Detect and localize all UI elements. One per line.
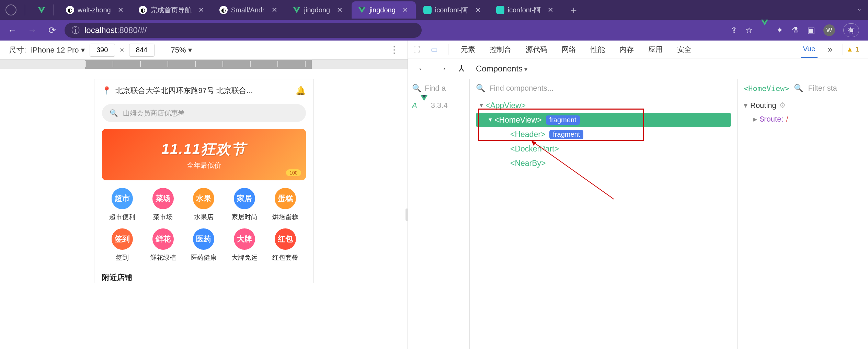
category-item[interactable]: 红包红包套餐 — [265, 228, 306, 262]
profile-avatar[interactable]: W — [823, 24, 835, 36]
tree-row-nearby[interactable]: <NearBy> — [476, 156, 731, 170]
panel-vue[interactable]: Vue — [801, 41, 818, 58]
category-label: 超市便利 — [109, 213, 135, 222]
tab-homepage-nav[interactable]: ◐ 完成首页导航 ✕ — [133, 1, 212, 19]
device-mode-icon[interactable]: ▭ — [431, 45, 438, 54]
caret-down-icon[interactable]: ▼ — [488, 117, 494, 123]
panel-memory[interactable]: 内存 — [617, 41, 636, 58]
vue-icon — [421, 101, 427, 110]
panel-elements[interactable]: 元素 — [459, 41, 477, 58]
tree-row-dockerpart[interactable]: <DockerPart> — [476, 142, 731, 156]
resize-handle[interactable] — [406, 209, 408, 221]
width-input[interactable] — [90, 44, 115, 57]
close-icon[interactable]: ✕ — [116, 6, 125, 14]
device-selector[interactable]: iPhone 12 Pro ▾ — [31, 46, 85, 55]
more-panels-icon[interactable]: » — [828, 45, 832, 54]
warning-badge[interactable]: ▲1 — [843, 44, 863, 55]
warning-count: 1 — [855, 45, 859, 53]
panel-console[interactable]: 控制台 — [488, 41, 513, 58]
category-item[interactable]: 家居家居时尚 — [224, 188, 265, 222]
star-icon[interactable]: ☆ — [745, 25, 753, 35]
vue-icon — [293, 6, 301, 14]
ruler — [0, 60, 408, 69]
extensions-icon[interactable]: ✦ — [776, 25, 783, 35]
labs-icon[interactable]: ⚗ — [791, 25, 799, 35]
zoom-selector[interactable]: 75% ▾ — [171, 46, 192, 55]
component-search[interactable]: 🔍 Find components... — [476, 84, 731, 93]
extension-pill[interactable]: 有 — [843, 23, 859, 37]
close-icon[interactable]: ✕ — [335, 6, 344, 14]
iconfont-icon — [496, 6, 504, 14]
nav-back-icon[interactable]: ← — [418, 63, 426, 74]
panel-security[interactable]: 安全 — [675, 41, 694, 58]
panel-performance[interactable]: 性能 — [589, 41, 607, 58]
close-icon[interactable]: ✕ — [197, 6, 206, 14]
search-bar[interactable]: 🔍 山姆会员商店优惠卷 — [102, 104, 306, 122]
info-icon[interactable]: ⓘ — [71, 25, 80, 36]
tab-jingdong-active[interactable]: jingdong ✕ — [352, 1, 416, 19]
separator — [53, 4, 54, 15]
caret-down-icon[interactable]: ▾ — [744, 101, 747, 110]
device-toolbar: 尺寸: iPhone 12 Pro ▾ × 75% ▾ ⋮ — [0, 41, 408, 60]
promo-banner[interactable]: 11.11狂欢节 全年最低价 100 — [102, 129, 306, 180]
tree-row-appview[interactable]: ▼ <AppView> — [476, 98, 731, 113]
tab-vue-blank[interactable] — [31, 1, 52, 19]
chevron-down-icon[interactable]: ⌄ — [857, 5, 862, 12]
caret-right-icon[interactable]: ▸ — [753, 115, 757, 124]
category-label: 签到 — [116, 253, 129, 262]
location-pin-icon[interactable]: 📍 — [102, 86, 111, 95]
vue-devtools-icon[interactable] — [761, 25, 768, 35]
app-search[interactable]: 🔍 Find a — [412, 84, 465, 93]
forward-button[interactable]: → — [25, 23, 40, 38]
category-label: 烘培蛋糕 — [272, 213, 298, 222]
banner-subtitle: 全年最低价 — [187, 161, 221, 170]
side-panel-icon[interactable]: ▣ — [807, 25, 815, 35]
tab-iconfont-1[interactable]: iconfont-阿 ✕ — [417, 1, 489, 19]
caret-down-icon[interactable]: ▼ — [479, 102, 486, 109]
category-item[interactable]: 菜场菜市场 — [142, 188, 183, 222]
panel-application[interactable]: 应用 — [646, 41, 665, 58]
hierarchy-icon[interactable]: ⅄ — [459, 63, 464, 74]
new-tab-button[interactable]: ＋ — [567, 3, 580, 16]
nav-fwd-icon[interactable]: → — [438, 63, 447, 74]
more-icon[interactable]: ⋮ — [390, 45, 399, 55]
inspect-icon[interactable]: ⛶ — [413, 45, 421, 54]
height-input[interactable] — [129, 44, 155, 57]
close-icon[interactable]: ✕ — [546, 6, 555, 14]
location-text[interactable]: 北京联合大学北四环东路97号 北京联合... — [115, 86, 253, 96]
category-item[interactable]: 医药医药健康 — [183, 228, 224, 262]
nearby-heading: 附近店铺 — [94, 269, 313, 283]
filter-placeholder[interactable]: Filter sta — [808, 84, 837, 93]
tree-row-header[interactable]: <Header> fragment — [476, 127, 731, 142]
share-icon[interactable]: ⇪ — [730, 25, 737, 35]
close-icon[interactable]: ✕ — [401, 6, 410, 14]
tab-small-andr[interactable]: ◐ Small/Andr ✕ — [213, 1, 285, 19]
category-item[interactable]: 大牌大牌免运 — [224, 228, 265, 262]
category-item[interactable]: 超市超市便利 — [102, 188, 143, 222]
close-icon[interactable]: ✕ — [270, 6, 279, 14]
tab-iconfont-2[interactable]: iconfont-阿 ✕ — [490, 1, 561, 19]
category-chip: 签到 — [112, 228, 133, 250]
close-icon[interactable]: ✕ — [474, 6, 482, 14]
panel-network[interactable]: 网络 — [560, 41, 578, 58]
back-button[interactable]: ← — [5, 23, 20, 38]
tab-walt-zhong[interactable]: ◐ walt-zhong ✕ — [60, 1, 131, 19]
panel-sources[interactable]: 源代码 — [524, 41, 549, 58]
routing-section[interactable]: ▾ Routing ⚙ — [744, 101, 862, 110]
reload-button[interactable]: ⟳ — [45, 23, 60, 38]
address-bar[interactable]: ⓘ localhost:8080/#/ — [65, 23, 422, 38]
route-row[interactable]: ▸ $route: / — [753, 115, 862, 124]
tree-row-homeview[interactable]: ▼ <HomeView> fragment — [476, 113, 731, 127]
size-label: 尺寸: — [9, 45, 26, 55]
bell-icon[interactable]: 🔔 — [296, 86, 306, 95]
category-item[interactable]: 鲜花鲜花绿植 — [142, 228, 183, 262]
tab-jingdong-1[interactable]: jingdong ✕ — [286, 1, 351, 19]
gear-icon[interactable]: ⚙ — [779, 101, 786, 110]
view-selector[interactable]: Components — [476, 64, 527, 74]
app-entry[interactable]: A 3.3.4 — [412, 101, 465, 110]
category-item[interactable]: 蛋糕烘培蛋糕 — [265, 188, 306, 222]
category-item[interactable]: 签到签到 — [102, 228, 143, 262]
category-item[interactable]: 水果水果店 — [183, 188, 224, 222]
apps-column: 🔍 Find a A 3.3.4 — [408, 79, 470, 349]
search-icon[interactable]: 🔍 — [794, 84, 803, 93]
